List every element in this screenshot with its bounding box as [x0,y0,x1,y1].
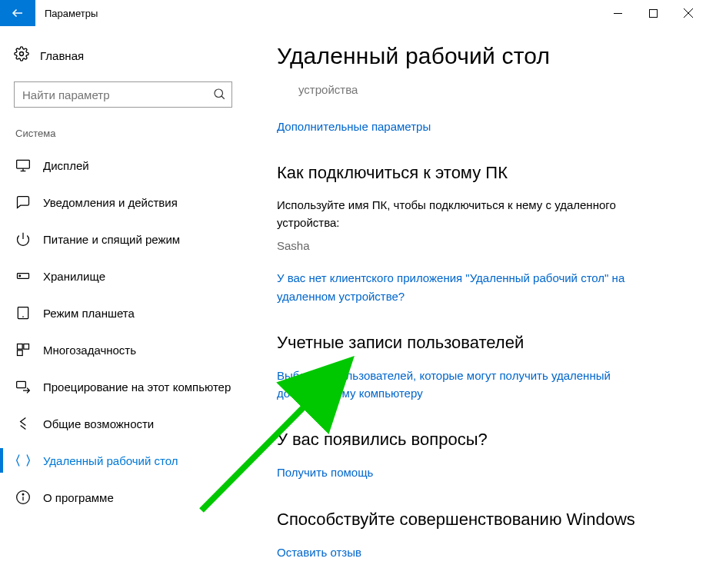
gear-icon [14,46,29,65]
monitor-icon [15,158,31,173]
feedback-heading: Способствуйте совершенствованию Windows [277,510,675,530]
main-content: Удаленный рабочий стол устройства Дополн… [246,26,706,588]
sidebar-item-about[interactable]: О программе [14,479,246,516]
sidebar-item-shared[interactable]: Общие возможности [14,405,246,442]
window-title: Параметры [45,8,98,19]
search-box[interactable] [14,81,232,108]
advanced-settings-link[interactable]: Дополнительные параметры [277,120,431,133]
close-icon [684,8,693,18]
sidebar-nav: Дисплей Уведомления и действия Питание и… [14,147,246,516]
svg-point-6 [215,89,223,98]
feedback-link[interactable]: Оставить отзыв [277,546,361,559]
svg-point-13 [19,275,21,277]
sidebar-item-label: Уведомления и действия [43,196,178,209]
sidebar: Главная Система Дисплей Уведомления и де… [0,26,246,588]
back-button[interactable] [0,0,35,26]
info-icon [15,490,31,505]
select-users-link[interactable]: Выберите пользователей, которые могут по… [277,367,631,403]
svg-point-22 [22,493,24,495]
sidebar-item-label: Общие возможности [43,417,154,430]
svg-rect-16 [18,344,23,350]
maximize-icon [649,9,658,18]
page-title: Удаленный рабочий стол [277,43,675,69]
sidebar-item-label: Дисплей [43,159,89,172]
connect-text: Используйте имя ПК, чтобы подключиться к… [277,197,675,231]
titlebar: Параметры [0,0,706,26]
minimize-button[interactable] [600,0,635,26]
arrow-left-icon [11,6,25,20]
project-icon [15,379,31,394]
sidebar-item-notifications[interactable]: Уведомления и действия [14,184,246,221]
storage-icon [15,268,31,284]
search-input[interactable] [14,81,232,108]
users-heading: Учетные записи пользователей [277,333,675,353]
pc-name: Sasha [277,239,675,252]
sidebar-item-label: Хранилище [43,270,105,283]
sidebar-item-label: Питание и спящий режим [43,233,180,246]
message-icon [15,194,31,210]
svg-rect-2 [649,9,657,17]
connect-heading: Как подключиться к этому ПК [277,163,675,183]
sidebar-item-power[interactable]: Питание и спящий режим [14,221,246,257]
remote-desktop-icon [15,453,31,468]
svg-rect-8 [17,160,30,168]
get-help-link[interactable]: Получить помощь [277,466,373,479]
group-label: Система [14,128,246,139]
sidebar-item-multitask[interactable]: Многозадачность [14,331,246,368]
svg-line-7 [221,96,225,99]
multitask-icon [15,342,31,357]
sidebar-item-tablet[interactable]: Режим планшета [14,294,246,331]
search-icon [212,87,226,104]
maximize-button[interactable] [635,0,671,26]
home-label: Главная [40,49,84,62]
sidebar-item-storage[interactable]: Хранилище [14,257,246,294]
truncated-text: устройства [298,83,675,96]
sidebar-item-projecting[interactable]: Проецирование на этот компьютер [14,368,246,405]
sidebar-item-display[interactable]: Дисплей [14,147,246,184]
sidebar-item-remote-desktop[interactable]: Удаленный рабочий стол [14,442,246,479]
home-item[interactable]: Главная [14,40,246,71]
help-heading: У вас появились вопросы? [277,430,675,450]
minimize-icon [614,9,622,18]
sidebar-item-label: Удаленный рабочий стол [43,454,178,467]
share-icon [15,416,31,431]
tablet-icon [15,305,31,321]
svg-rect-17 [24,344,29,350]
sidebar-item-label: Режим планшета [43,307,135,320]
sidebar-item-label: Многозадачность [43,344,136,357]
sidebar-item-label: Проецирование на этот компьютер [43,380,231,394]
power-icon [15,231,31,247]
sidebar-item-label: О программе [43,491,114,504]
svg-rect-18 [18,350,23,356]
svg-point-5 [20,52,24,56]
close-button[interactable] [671,0,706,26]
no-client-link[interactable]: У вас нет клиентского приложения "Удален… [277,269,631,305]
svg-rect-19 [17,381,26,387]
